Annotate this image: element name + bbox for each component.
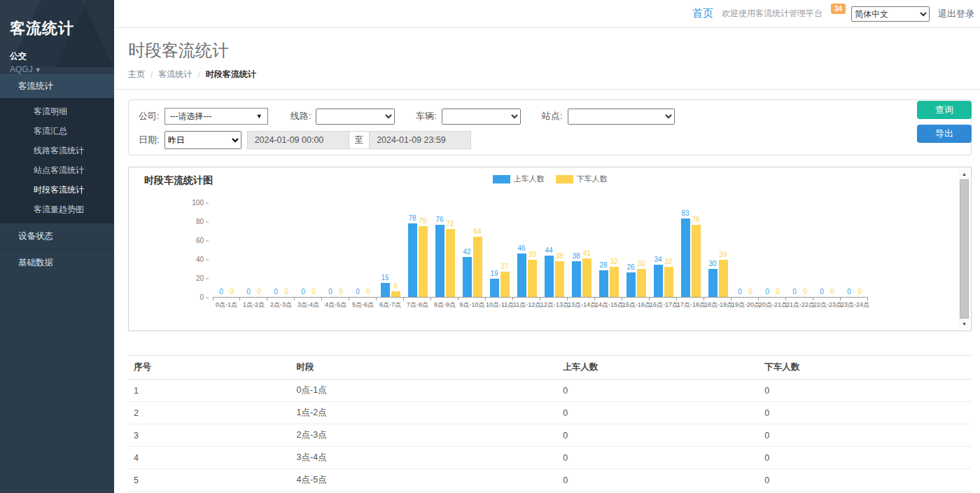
table-cell: 4点-5点 bbox=[291, 469, 558, 492]
bar-column: 32 bbox=[664, 258, 673, 297]
scrollbar-up-arrow-icon[interactable]: ▲ bbox=[959, 169, 969, 179]
app-logo-title: 客流统计 bbox=[10, 18, 104, 39]
export-button[interactable]: 导出 bbox=[917, 125, 972, 143]
x-tick-label: 15点-16点 bbox=[622, 297, 650, 310]
x-tick-label: 10点-11点 bbox=[486, 297, 513, 310]
company-select[interactable]: ---请选择--- ▼ bbox=[164, 108, 268, 125]
bar[interactable] bbox=[664, 267, 673, 297]
bar[interactable] bbox=[572, 261, 581, 297]
hourly-stats-table: 序号时段上车人数下车人数 10点-1点0021点-2点0032点-3点0043点… bbox=[128, 355, 972, 493]
sidebar-item-top[interactable]: 设备状态 bbox=[0, 223, 114, 250]
y-tick-label: 60 bbox=[196, 237, 209, 244]
bar[interactable] bbox=[654, 265, 663, 297]
bar[interactable] bbox=[599, 270, 608, 297]
bar-column: 0 bbox=[354, 288, 363, 297]
bar-value-label: 0 bbox=[847, 288, 851, 296]
bar[interactable] bbox=[517, 254, 526, 297]
sidebar-item-active[interactable]: 时段客流统计 bbox=[0, 180, 114, 200]
bar[interactable] bbox=[719, 260, 728, 297]
query-button[interactable]: 查询 bbox=[917, 101, 972, 119]
bar[interactable] bbox=[391, 291, 400, 297]
bar-column: 30 bbox=[637, 260, 646, 298]
scrollbar-thumb[interactable] bbox=[960, 179, 969, 319]
bar[interactable] bbox=[500, 272, 510, 297]
x-tick-label: 8点-9点 bbox=[431, 297, 458, 310]
scrollbar-down-arrow-icon[interactable]: ▼ bbox=[959, 319, 969, 329]
breadcrumb-link[interactable]: 主页 bbox=[128, 69, 145, 81]
chart-header: 时段车流统计图 上车人数下车人数 bbox=[129, 167, 971, 190]
bar[interactable] bbox=[473, 237, 482, 297]
bar[interactable] bbox=[555, 261, 564, 297]
bar[interactable] bbox=[692, 225, 701, 297]
chart-category-group: 004点-5点 bbox=[322, 202, 349, 310]
bar[interactable] bbox=[545, 256, 554, 297]
bar-column: 0 bbox=[299, 288, 308, 297]
breadcrumb-separator: / bbox=[197, 70, 200, 80]
breadcrumb: 主页/客流统计/时段客流统计 bbox=[128, 69, 972, 81]
breadcrumb-link[interactable]: 客流统计 bbox=[158, 69, 192, 81]
bar[interactable] bbox=[490, 279, 499, 297]
vehicle-select[interactable] bbox=[442, 109, 521, 125]
chart-scrollbar[interactable]: ▲ ▼ bbox=[959, 169, 969, 329]
sidebar-item-sub[interactable]: 站点客流统计 bbox=[0, 160, 114, 180]
breadcrumb-separator: / bbox=[150, 70, 153, 80]
bar-pair: 00 bbox=[786, 202, 813, 297]
bar[interactable] bbox=[582, 258, 592, 297]
line-select[interactable] bbox=[316, 109, 395, 125]
bar[interactable] bbox=[681, 218, 690, 297]
sidebar-section-passenger-stats[interactable]: 客流统计 bbox=[0, 74, 114, 99]
bar[interactable] bbox=[435, 225, 444, 297]
chart-plot-area: 020406080100 000点-1点001点-2点002点-3点003点-4… bbox=[185, 202, 971, 310]
chart-category-group: 443812点-13点 bbox=[540, 202, 568, 310]
bar[interactable] bbox=[408, 223, 417, 297]
table-cell: 2点-3点 bbox=[291, 424, 558, 447]
sidebar-item-sub[interactable]: 客流明细 bbox=[0, 102, 114, 121]
bar[interactable] bbox=[446, 229, 455, 297]
bar-pair: 2630 bbox=[622, 202, 650, 297]
sidebar-item-sub[interactable]: 客流量趋势图 bbox=[0, 200, 114, 219]
bar-value-label: 38 bbox=[555, 252, 563, 261]
bar-column: 0 bbox=[736, 288, 745, 297]
bar[interactable] bbox=[528, 260, 537, 297]
bar[interactable] bbox=[637, 269, 646, 298]
sidebar-item-top[interactable]: 基础数据 bbox=[0, 250, 114, 277]
bar-column: 19 bbox=[490, 270, 499, 297]
language-select[interactable]: 简体中文 bbox=[851, 6, 930, 22]
date-to-input[interactable]: 2024-01-09 23:59 bbox=[369, 131, 471, 149]
bar[interactable] bbox=[381, 283, 390, 297]
caret-down-icon: ▼ bbox=[35, 67, 41, 74]
bar-column: 0 bbox=[282, 288, 291, 297]
bar-column: 0 bbox=[801, 288, 810, 297]
bar[interactable] bbox=[708, 269, 718, 298]
page-title: 时段客流统计 bbox=[128, 39, 972, 62]
bar[interactable] bbox=[610, 267, 619, 297]
bar-pair: 3039 bbox=[704, 202, 732, 297]
sidebar-submenu: 客流明细客流汇总线路客流统计站点客流统计时段客流统计客流量趋势图 bbox=[0, 99, 114, 223]
table-cell: 1 bbox=[128, 380, 291, 402]
date-from-input[interactable]: 2024-01-09 00:00 bbox=[247, 131, 349, 149]
logout-link[interactable]: 退出登录 bbox=[938, 8, 974, 20]
date-preset-select[interactable]: 昨日 bbox=[164, 131, 241, 149]
bar-value-label: 0 bbox=[339, 288, 343, 296]
table-cell: 4 bbox=[128, 447, 291, 469]
bar-value-label: 83 bbox=[681, 209, 689, 218]
bar[interactable] bbox=[419, 226, 428, 297]
sidebar-item-sub[interactable]: 客流汇总 bbox=[0, 121, 114, 141]
scrollbar-track[interactable] bbox=[959, 179, 969, 319]
org-code-dropdown[interactable]: AQGJ▼ bbox=[10, 64, 104, 74]
sidebar-item-sub[interactable]: 线路客流统计 bbox=[0, 141, 114, 160]
bar-column: 41 bbox=[582, 249, 592, 297]
station-select[interactable] bbox=[568, 109, 675, 125]
bar-value-label: 76 bbox=[435, 216, 443, 224]
table-header-row: 序号时段上车人数下车人数 bbox=[128, 356, 972, 380]
table-cell: 0点-1点 bbox=[291, 380, 558, 402]
station-label: 站点: bbox=[542, 110, 563, 123]
home-link[interactable]: 首页 bbox=[692, 7, 713, 20]
x-tick-label: 20点-21点 bbox=[759, 297, 786, 310]
bar-pair: 00 bbox=[240, 202, 267, 297]
chart-category-group: 78757点-8点 bbox=[404, 202, 431, 310]
bar-value-label: 46 bbox=[517, 244, 525, 253]
bar[interactable] bbox=[626, 272, 636, 297]
bar-column: 38 bbox=[555, 252, 564, 297]
bar[interactable] bbox=[463, 257, 472, 297]
